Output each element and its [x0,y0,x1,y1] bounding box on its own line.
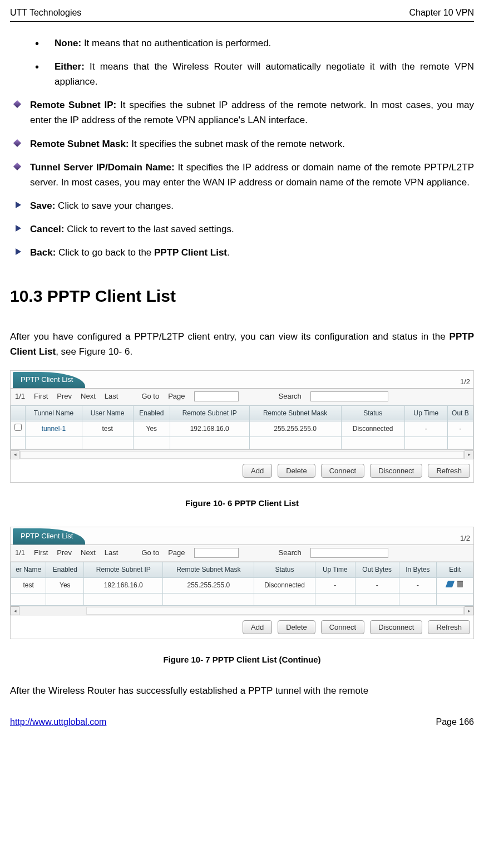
footer-page-number: Page 166 [436,715,474,729]
disconnect-button[interactable]: Disconnect [370,620,422,634]
pager-goto[interactable]: Go to [141,547,159,559]
list-item: Save: Click to save your changes. [16,198,474,213]
pager-page: 1/1 [15,547,25,559]
scroll-left-icon[interactable]: ◂ [11,606,19,615]
pager-prev[interactable]: Prev [57,547,72,559]
client-table: er Name Enabled Remote Subnet IP Remote … [11,562,473,606]
refresh-button[interactable]: Refresh [428,620,470,634]
term: Cancel: [30,224,64,234]
pager-next[interactable]: Next [81,547,96,559]
col-checkbox [11,405,26,421]
connect-button[interactable]: Connect [321,464,364,478]
col-remote-subnet-ip: Remote Subnet IP [84,562,163,577]
section-intro: After you have configured a PPTP/L2TP cl… [10,329,474,359]
panel-tab[interactable]: PPTP Client List [13,372,85,388]
disconnect-button[interactable]: Disconnect [370,464,422,478]
list-item: Remote Subnet Mask: It specifies the sub… [14,136,474,151]
definition-suffix: . [227,247,230,258]
delete-button[interactable]: Delete [278,464,315,478]
pager-prev[interactable]: Prev [57,391,72,403]
diamond-icon [13,100,21,108]
table-row-empty [11,593,473,605]
col-user-name: er Name [11,562,46,577]
pager-last[interactable]: Last [105,547,118,559]
term: Either: [55,61,85,72]
intro-text: After you have configured a PPTP/L2TP cl… [10,331,450,342]
search-input[interactable] [310,391,388,401]
scroll-track[interactable] [20,451,464,459]
footer-url[interactable]: http://www.uttglobal.com [10,715,106,729]
row-checkbox[interactable] [11,421,26,437]
client-table: Tunnel Name User Name Enabled Remote Sub… [11,405,473,449]
button-bar: Add Delete Connect Disconnect Refresh [11,616,473,639]
section-heading: 10.3 PPTP Client List [10,283,474,310]
header-left: UTT Technologies [10,6,81,20]
pager-next[interactable]: Next [81,391,96,403]
goto-input[interactable] [194,548,239,558]
table-row[interactable]: tunnel-1 test Yes 192.168.16.0 255.255.2… [11,421,473,437]
connect-button[interactable]: Connect [321,620,364,634]
term: Remote Subnet IP: [30,100,116,110]
arrow-icon [16,225,21,232]
cell-user: test [82,421,133,437]
cell-rsmask: 255.255.255.0 [163,577,254,593]
col-status: Status [341,405,404,421]
cell-tunnel[interactable]: tunnel-1 [26,421,82,437]
panel-top: PPTP Client List 1/2 [11,527,473,545]
cell-out: - [447,421,473,437]
delete-icon[interactable] [457,581,463,587]
cell-status: Disconnected [254,577,315,593]
horizontal-scrollbar[interactable]: ◂ ▸ [11,606,473,616]
col-user-name: User Name [82,405,133,421]
pager-page-label: Page [168,391,185,403]
add-button[interactable]: Add [243,464,272,478]
diamond-icon [13,163,21,170]
col-out-bytes: Out Bytes [355,562,399,577]
cell-enabled: Yes [133,421,170,437]
table-row-empty [11,437,473,449]
definition-prefix: Click to go back to the [56,247,154,258]
list-item: Either: It means that the Wireless Route… [35,59,474,89]
pager-first[interactable]: First [34,391,48,403]
scroll-left-icon[interactable]: ◂ [11,450,19,459]
content-body: None: It means that no authentication is… [10,22,474,699]
col-remote-subnet-ip: Remote Subnet IP [170,405,249,421]
table-row[interactable]: test Yes 192.168.16.0 255.255.255.0 Disc… [11,577,473,593]
pager-last[interactable]: Last [105,391,118,403]
pager-first[interactable]: First [34,547,48,559]
cell-rsip: 192.168.16.0 [84,577,163,593]
list-item: Remote Subnet IP: It specifies the subne… [14,97,474,127]
list-item: Cancel: Click to revert to the last save… [16,222,474,237]
goto-input[interactable] [194,391,239,401]
add-button[interactable]: Add [243,620,272,634]
scroll-right-icon[interactable]: ▸ [465,450,473,459]
checkbox-input[interactable] [14,424,22,431]
cell-in: - [399,577,437,593]
page-footer: http://www.uttglobal.com Page 166 [10,715,474,737]
cell-user: test [11,577,46,593]
pager-search-label: Search [279,391,302,403]
pager-bar: 1/1 First Prev Next Last Go to Page Sear… [11,388,473,405]
panel-tab[interactable]: PPTP Client List [13,528,85,545]
list-item: None: It means that no authentication is… [35,36,474,51]
arrow-icon [16,202,21,208]
scroll-track[interactable] [86,607,464,615]
cell-out: - [355,577,399,593]
cell-enabled: Yes [46,577,84,593]
list-item: Tunnel Server IP/Domain Name: It specifi… [14,160,474,190]
figure-caption-2: Figure 10- 7 PPTP Client List (Continue) [10,653,474,666]
cell-status: Disconnected [341,421,404,437]
col-enabled: Enabled [133,405,170,421]
horizontal-scrollbar[interactable]: ◂ ▸ [11,449,473,459]
search-input[interactable] [310,548,388,558]
edit-icon[interactable] [446,581,455,587]
definition: It specifies the subnet mask of the remo… [129,139,345,149]
scroll-right-icon[interactable]: ▸ [465,606,473,615]
pager-page: 1/1 [15,391,25,403]
refresh-button[interactable]: Refresh [428,464,470,478]
definition: Click to revert to the last saved settin… [64,224,234,234]
pager-goto[interactable]: Go to [141,391,159,403]
header-right: Chapter 10 VPN [409,6,474,20]
col-enabled: Enabled [46,562,84,577]
delete-button[interactable]: Delete [278,620,315,634]
